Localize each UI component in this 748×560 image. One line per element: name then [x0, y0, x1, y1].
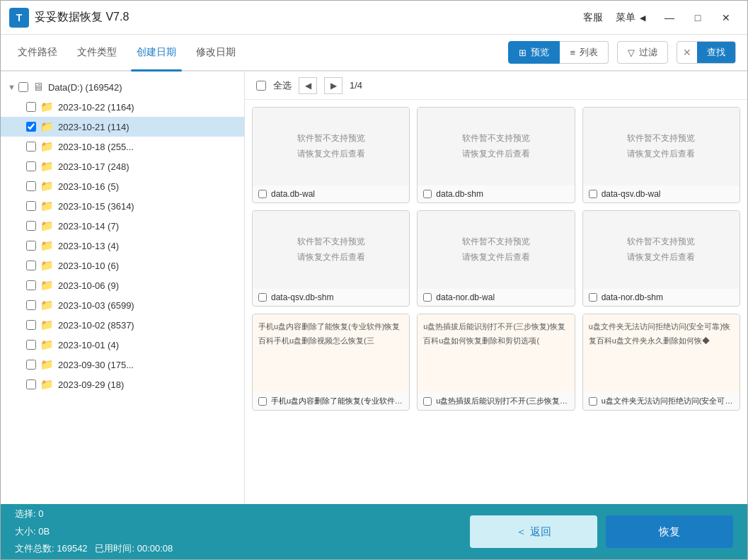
- sidebar-item-0[interactable]: 📁 2023-10-22 (1164): [1, 97, 244, 117]
- item-checkbox-2[interactable]: [26, 142, 36, 152]
- item-checkbox-0[interactable]: [26, 102, 36, 112]
- file-checkbox-7[interactable]: [423, 397, 432, 406]
- sidebar-item-11[interactable]: 📁 2023-10-02 (8537): [1, 315, 244, 335]
- menu-button[interactable]: 菜单 ◀: [616, 11, 645, 24]
- view-button-group: ⊞ 预览 ≡ 列表: [508, 41, 609, 64]
- sidebar-item-12[interactable]: 📁 2023-10-01 (4): [1, 335, 244, 355]
- toolbar: 文件路径 文件类型 创建日期 修改日期 ⊞ 预览 ≡ 列表 ▽ 过滤 ✕ 查找: [1, 35, 747, 72]
- next-page-button[interactable]: ▶: [324, 77, 343, 94]
- title-actions: 客服 菜单 ◀: [583, 11, 645, 24]
- sidebar-item-3[interactable]: 📁 2023-10-17 (248): [1, 156, 244, 176]
- item-checkbox-6[interactable]: [26, 221, 36, 231]
- item-label-6: 2023-10-14 (7): [58, 221, 119, 232]
- file-checkbox-6[interactable]: [258, 397, 267, 406]
- tab-modifydate[interactable]: 修改日期: [190, 43, 241, 62]
- file-checkbox-1[interactable]: [423, 190, 432, 198]
- item-checkbox-8[interactable]: [26, 261, 36, 270]
- title-bar: T 妥妥数据恢复 V7.8 客服 菜单 ◀ — □ ✕: [1, 1, 747, 35]
- pagination-bar: 全选 ◀ ▶ 1/4: [245, 72, 747, 100]
- file-checkbox-2[interactable]: [589, 190, 597, 198]
- item-checkbox-9[interactable]: [26, 280, 36, 290]
- tab-filepath[interactable]: 文件路径: [12, 43, 63, 62]
- search-button[interactable]: 查找: [697, 42, 735, 63]
- file-label-6: 手机u盘内容删除了能恢复(专业软件)恢复...: [271, 396, 403, 406]
- item-checkbox-5[interactable]: [26, 201, 36, 211]
- preview-view-button[interactable]: ⊞ 预览: [508, 41, 560, 64]
- item-label-7: 2023-10-13 (4): [58, 241, 119, 251]
- back-button[interactable]: ＜ 返回: [470, 515, 597, 548]
- service-button[interactable]: 客服: [583, 11, 603, 24]
- file-card-3[interactable]: 软件暂不支持预览 请恢复文件后查看 data-qsv.db-shm: [252, 210, 410, 307]
- close-button[interactable]: ✕: [713, 8, 739, 28]
- main-window: T 妥妥数据恢复 V7.8 客服 菜单 ◀ — □ ✕ 文件路径 文件类型 创建…: [0, 0, 748, 560]
- maximize-button[interactable]: □: [685, 8, 710, 28]
- file-checkbox-5[interactable]: [589, 293, 597, 302]
- file-card-8[interactable]: u盘文件夹无法访问拒绝访问(安全可靠)恢复百科u盘文件夹永久删除如何恢◆ u盘文…: [582, 314, 740, 411]
- status-total-and-time: 文件总数: 169542 已用时间: 00:00:08: [15, 540, 470, 558]
- minimize-button[interactable]: —: [657, 8, 682, 28]
- folder-icon-3: 📁: [40, 160, 54, 173]
- sidebar-item-2[interactable]: 📁 2023-10-18 (255...: [1, 137, 244, 156]
- restore-button[interactable]: 恢复: [606, 515, 733, 548]
- file-checkbox-4[interactable]: [423, 293, 432, 302]
- filter-button[interactable]: ▽ 过滤: [617, 41, 668, 64]
- sidebar-item-13[interactable]: 📁 2023-09-30 (175...: [1, 355, 244, 375]
- sidebar-items: 📁 2023-10-22 (1164) 📁 2023-10-21 (114) 📁…: [1, 97, 244, 394]
- list-view-button[interactable]: ≡ 列表: [560, 41, 609, 64]
- sidebar-item-1[interactable]: 📁 2023-10-21 (114): [1, 117, 244, 137]
- file-card-5[interactable]: 软件暂不支持预览 请恢复文件后查看 data-nor.db-shm: [582, 210, 740, 307]
- item-label-14: 2023-09-29 (18): [58, 379, 124, 390]
- item-label-12: 2023-10-01 (4): [58, 340, 119, 350]
- sidebar-item-4[interactable]: 📁 2023-10-16 (5): [1, 176, 244, 196]
- file-card-4[interactable]: 软件暂不支持预览 请恢复文件后查看 data-nor.db-wal: [417, 210, 575, 307]
- file-preview-3: 软件暂不支持预览 请恢复文件后查看: [253, 211, 409, 289]
- item-checkbox-4[interactable]: [26, 181, 36, 191]
- sidebar-item-6[interactable]: 📁 2023-10-14 (7): [1, 216, 244, 236]
- filter-icon: ▽: [628, 47, 635, 58]
- select-all-label: 全选: [273, 79, 292, 92]
- tab-createdate[interactable]: 创建日期: [131, 43, 182, 62]
- item-checkbox-12[interactable]: [26, 340, 36, 350]
- folder-icon-14: 📁: [40, 378, 54, 391]
- file-preview-1: 软件暂不支持预览 请恢复文件后查看: [418, 108, 574, 185]
- folder-icon-0: 📁: [40, 101, 54, 113]
- file-card-1[interactable]: 软件暂不支持预览 请恢复文件后查看 data.db-shm: [417, 107, 575, 203]
- item-checkbox-10[interactable]: [26, 300, 36, 310]
- item-checkbox-11[interactable]: [26, 320, 36, 330]
- item-checkbox-1[interactable]: [26, 122, 36, 132]
- prev-page-button[interactable]: ◀: [299, 77, 317, 94]
- item-label-11: 2023-10-02 (8537): [58, 320, 134, 331]
- file-card-0[interactable]: 软件暂不支持预览 请恢复文件后查看 data.db-wal: [252, 107, 410, 203]
- file-card-6[interactable]: 手机u盘内容删除了能恢复(专业软件)恢复百科手机u盘删除视频怎么恢复(三 手机u…: [252, 314, 410, 411]
- sidebar-item-9[interactable]: 📁 2023-10-06 (9): [1, 275, 244, 295]
- select-all-checkbox[interactable]: [256, 81, 266, 91]
- file-checkbox-8[interactable]: [589, 397, 597, 406]
- file-label-row-7: u盘热插拔后能识别打不开(三步恢复)恢复...: [418, 392, 574, 410]
- file-preview-0: 软件暂不支持预览 请恢复文件后查看: [253, 108, 409, 185]
- item-checkbox-14[interactable]: [26, 379, 36, 389]
- file-label-8: u盘文件夹无法访问拒绝访问(安全可靠)恢...: [602, 396, 734, 406]
- search-clear-button[interactable]: ✕: [677, 42, 697, 62]
- item-label-8: 2023-10-10 (6): [58, 261, 119, 271]
- file-checkbox-0[interactable]: [258, 190, 267, 198]
- item-checkbox-13[interactable]: [26, 360, 36, 370]
- item-label-13: 2023-09-30 (175...: [58, 360, 134, 370]
- item-checkbox-7[interactable]: [26, 241, 36, 251]
- item-label-2: 2023-10-18 (255...: [58, 142, 134, 152]
- file-label-7: u盘热插拔后能识别打不开(三步恢复)恢复...: [436, 396, 568, 406]
- sidebar-item-10[interactable]: 📁 2023-10-03 (6599): [1, 295, 244, 315]
- sidebar-item-5[interactable]: 📁 2023-10-15 (3614): [1, 196, 244, 216]
- tree-root[interactable]: ▼ 🖥 Data(D:) (169542): [1, 77, 244, 97]
- sidebar-item-7[interactable]: 📁 2023-10-13 (4): [1, 236, 244, 256]
- sidebar-item-14[interactable]: 📁 2023-09-29 (18): [1, 375, 244, 394]
- file-card-2[interactable]: 软件暂不支持预览 请恢复文件后查看 data-qsv.db-wal: [582, 107, 740, 203]
- root-checkbox[interactable]: [18, 82, 28, 92]
- folder-icon-1: 📁: [40, 120, 54, 133]
- tab-filetype[interactable]: 文件类型: [71, 43, 122, 62]
- sidebar-item-8[interactable]: 📁 2023-10-10 (6): [1, 256, 244, 275]
- item-checkbox-3[interactable]: [26, 161, 36, 171]
- folder-icon-7: 📁: [40, 239, 54, 252]
- file-checkbox-3[interactable]: [258, 293, 267, 302]
- file-grid-container: 全选 ◀ ▶ 1/4 软件暂不支持预览 请恢复文件后查看 data.db-wal…: [245, 72, 747, 504]
- file-card-7[interactable]: u盘热插拔后能识别打不开(三步恢复)恢复百科u盘如何恢复删除和剪切选项( u盘热…: [417, 314, 575, 411]
